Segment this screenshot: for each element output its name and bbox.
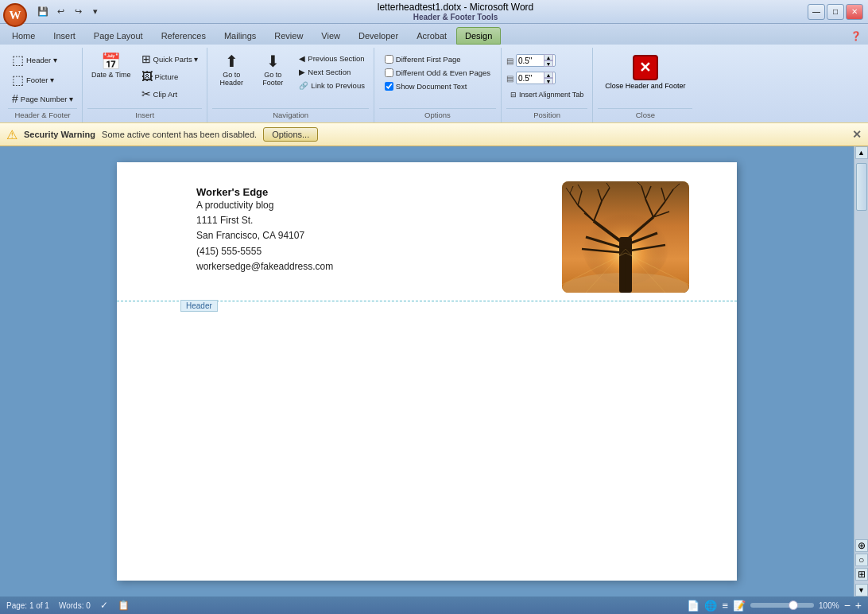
header-from-top[interactable]: 0.5" ▲ ▼ xyxy=(516,54,556,67)
footer-btn[interactable]: ⬚ Footer ▾ xyxy=(8,71,77,89)
group-position-label: Position xyxy=(506,108,587,121)
header-up-spin[interactable]: ▲ xyxy=(544,54,553,60)
go-to-footer-btn[interactable]: ⬇ Go toFooter xyxy=(254,51,292,89)
word-count: Words: 0 xyxy=(59,601,91,610)
maximize-btn[interactable]: □ xyxy=(827,4,844,20)
header-tree-image xyxy=(562,181,689,293)
spell-check-icon[interactable]: ✓ xyxy=(100,600,108,611)
group-close-label: Close xyxy=(598,108,692,121)
zoom-slider[interactable] xyxy=(750,603,814,608)
picture-icon: 🖼 xyxy=(141,70,153,83)
status-right: 📄 🌐 ≡ 📝 100% − + xyxy=(687,599,862,612)
view-tools-1[interactable]: ⊕ xyxy=(855,539,868,552)
header-label: Header xyxy=(180,300,218,312)
ribbon-content: ⬚ Header ▾ ⬚ Footer ▾ # Page Number ▾ He… xyxy=(0,45,868,122)
go-to-header-icon: ⬆ xyxy=(225,53,238,69)
header-position-input: ▤ 0.5" ▲ ▼ xyxy=(506,54,587,67)
security-message: Some active content has been disabled. xyxy=(102,130,257,139)
office-button[interactable]: W xyxy=(3,3,27,27)
quick-parts-icon: ⊞ xyxy=(141,52,151,65)
security-warning-icon: ⚠ xyxy=(6,127,17,142)
group-position: ▤ 0.5" ▲ ▼ ▤ 0.5" ▲ xyxy=(502,48,593,122)
footer-position-input: ▤ 0.5" ▲ ▼ xyxy=(506,72,587,84)
zoom-level: 100% xyxy=(819,601,839,610)
footer-down-spin[interactable]: ▼ xyxy=(544,78,553,84)
company-address1: 1111 First St. xyxy=(196,213,333,228)
tools-title: Header & Footer Tools xyxy=(413,13,498,21)
tab-insert[interactable]: Insert xyxy=(45,27,84,45)
clip-art-btn[interactable]: ✂ Clip Art xyxy=(138,86,203,102)
page-info: Page: 1 of 1 xyxy=(6,601,49,610)
view-tools-2[interactable]: ○ xyxy=(855,554,868,566)
show-document-text-check[interactable]: Show Document Text xyxy=(383,81,492,91)
previous-section-btn[interactable]: ◀ Previous Section xyxy=(295,52,369,64)
close-header-footer-label: Close Header and Footer xyxy=(605,82,685,90)
security-title: Security Warning xyxy=(24,130,95,139)
tab-design[interactable]: Design xyxy=(456,27,501,45)
view-outline-btn[interactable]: ≡ xyxy=(722,600,728,612)
dropdown-quick-btn[interactable]: ▾ xyxy=(87,4,103,20)
close-btn[interactable]: ✕ xyxy=(846,4,863,20)
header-btn[interactable]: ⬚ Header ▾ xyxy=(8,51,77,69)
link-icon: 🔗 xyxy=(299,81,308,90)
company-address2: San Francisco, CA 94107 xyxy=(196,228,333,243)
view-web-btn[interactable]: 🌐 xyxy=(704,600,717,612)
scroll-up-btn[interactable]: ▲ xyxy=(855,146,868,159)
company-info: Worker's Edge A productivity blog 1111 F… xyxy=(196,178,333,274)
zoom-out-btn[interactable]: − xyxy=(844,599,851,612)
page-number-icon: # xyxy=(12,92,18,105)
help-btn[interactable]: ❓ xyxy=(847,28,865,45)
tab-acrobat[interactable]: Acrobat xyxy=(408,27,455,45)
group-insert: 📅 Date & Time ⊞ Quick Parts ▾ 🖼 Picture … xyxy=(83,48,207,122)
picture-btn[interactable]: 🖼 Picture xyxy=(138,68,203,84)
footer-up-spin[interactable]: ▲ xyxy=(544,72,553,78)
next-section-btn[interactable]: ▶ Next Section xyxy=(295,66,369,78)
date-time-btn[interactable]: 📅 Date & Time xyxy=(87,51,135,81)
undo-quick-btn[interactable]: ↩ xyxy=(52,4,68,20)
scroll-thumb[interactable] xyxy=(856,163,867,211)
zoom-in-btn[interactable]: + xyxy=(855,599,862,612)
different-first-page-check[interactable]: Different First Page xyxy=(383,54,492,64)
header-down-spin[interactable]: ▼ xyxy=(544,60,553,67)
tab-review[interactable]: Review xyxy=(265,27,312,45)
document-header: Worker's Edge A productivity blog 1111 F… xyxy=(117,162,737,301)
vertical-scrollbar[interactable]: ▲ ⊕ ○ ⊞ ▼ xyxy=(854,146,868,597)
security-options-btn[interactable]: Options... xyxy=(263,127,318,142)
zoom-thumb[interactable] xyxy=(789,600,798,610)
scroll-down-btn[interactable]: ▼ xyxy=(855,584,868,597)
link-to-previous-btn[interactable]: 🔗 Link to Previous xyxy=(295,80,369,91)
tab-references[interactable]: References xyxy=(153,27,215,45)
header-icon: ⬚ xyxy=(12,52,24,68)
different-odd-even-check[interactable]: Different Odd & Even Pages xyxy=(383,68,492,78)
document-scroll-area[interactable]: Worker's Edge A productivity blog 1111 F… xyxy=(0,146,854,597)
footer-from-bottom[interactable]: 0.5" ▲ ▼ xyxy=(516,72,556,84)
title-text: letterheadtest1.dotx - Microsoft Word xyxy=(378,2,534,13)
go-to-footer-icon: ⬇ xyxy=(266,53,280,69)
document-body[interactable] xyxy=(117,301,737,580)
view-tools-3[interactable]: ⊞ xyxy=(855,568,868,581)
save-quick-btn[interactable]: 💾 xyxy=(35,4,51,20)
document-page: Worker's Edge A productivity blog 1111 F… xyxy=(117,162,737,581)
tab-home[interactable]: Home xyxy=(3,27,44,45)
go-to-header-btn[interactable]: ⬆ Go toHeader xyxy=(212,51,250,89)
minimize-btn[interactable]: — xyxy=(808,4,825,20)
quick-parts-btn[interactable]: ⊞ Quick Parts ▾ xyxy=(138,51,203,67)
page-number-btn[interactable]: # Page Number ▾ xyxy=(8,91,77,107)
redo-quick-btn[interactable]: ↪ xyxy=(70,4,86,20)
security-close-btn[interactable]: ✕ xyxy=(852,128,862,141)
insert-alignment-tab-btn[interactable]: ⊟ Insert Alignment Tab xyxy=(506,89,587,100)
main-area: Worker's Edge A productivity blog 1111 F… xyxy=(0,146,868,597)
track-changes-icon[interactable]: 📋 xyxy=(118,600,130,611)
ribbon-tabs: Home Insert Page Layout References Maili… xyxy=(0,24,868,45)
company-tagline: A productivity blog xyxy=(196,198,333,213)
tab-developer[interactable]: Developer xyxy=(350,27,407,45)
tab-page-layout[interactable]: Page Layout xyxy=(85,27,152,45)
view-normal-btn[interactable]: 📄 xyxy=(687,600,699,612)
close-header-footer-btn[interactable]: ✕ Close Header and Footer xyxy=(598,51,692,94)
close-x-icon: ✕ xyxy=(633,55,658,80)
group-options: Different First Page Different Odd & Eve… xyxy=(374,48,502,122)
tab-view[interactable]: View xyxy=(312,27,349,45)
tab-mailings[interactable]: Mailings xyxy=(215,27,265,45)
view-draft-btn[interactable]: 📝 xyxy=(733,600,746,612)
scroll-track[interactable] xyxy=(855,159,868,536)
